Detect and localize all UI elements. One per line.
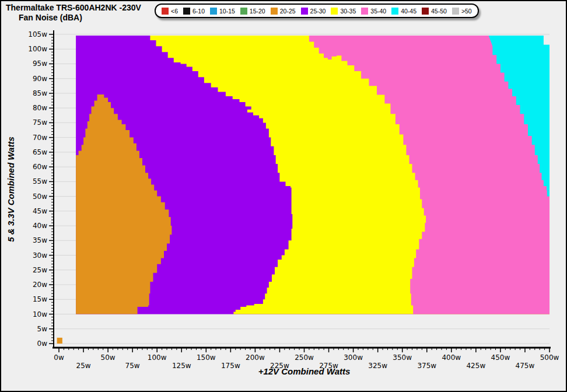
y-tick-label-75w: 75w <box>33 118 47 127</box>
y-tick-label-5w: 5w <box>37 325 48 333</box>
y-tick-label-45w: 45w <box>33 207 47 215</box>
y-tick-label-25w: 25w <box>33 266 47 274</box>
y-tick-label-30w: 30w <box>33 251 47 260</box>
x-tick-label-100w: 100w <box>148 354 167 362</box>
y-tick-label-35w: 35w <box>33 236 47 244</box>
contour-chart: 0w5w10w15w20w25w30w35w40w45w50w55w60w65w… <box>1 1 566 391</box>
x-tick-label-350w: 350w <box>393 354 412 362</box>
x-tick-label-450w: 450w <box>491 354 510 362</box>
x-tick-label-300w: 300w <box>344 354 363 362</box>
y-tick-label-15w: 15w <box>33 295 47 303</box>
x-axis-title: +12V Combined Watts <box>59 366 550 376</box>
y-tick-label-55w: 55w <box>33 177 47 186</box>
y-tick-label-100w: 100w <box>28 45 47 53</box>
y-tick-label-90w: 90w <box>33 75 47 83</box>
y-tick-label-95w: 95w <box>33 60 47 68</box>
x-tick-label-200w: 200w <box>246 354 265 362</box>
chart-window: Thermaltake TRS-600AH2NK -230V Fan Noise… <box>0 0 567 392</box>
x-tick-label-250w: 250w <box>295 354 314 362</box>
region-no-data-5 <box>544 36 550 45</box>
y-tick-label-10w: 10w <box>33 310 47 318</box>
x-tick-label-400w: 400w <box>442 354 461 362</box>
y-tick-label-105w: 105w <box>28 30 47 38</box>
y-tick-label-80w: 80w <box>33 104 47 112</box>
y-tick-label-60w: 60w <box>33 163 47 171</box>
region-20-25-7 <box>57 338 62 344</box>
x-tick-label-500w: 500w <box>540 354 559 362</box>
y-tick-label-50w: 50w <box>33 192 47 201</box>
y-tick-label-70w: 70w <box>33 134 47 142</box>
y-tick-label-65w: 65w <box>33 148 47 156</box>
y-tick-label-85w: 85w <box>33 89 47 97</box>
x-tick-label-150w: 150w <box>197 354 216 362</box>
y-axis-title: 5 & 3.3V Combined Watts <box>6 35 16 344</box>
y-tick-label-0w: 0w <box>37 340 48 348</box>
region-40-45-6 <box>547 191 550 197</box>
y-tick-label-40w: 40w <box>33 222 47 230</box>
x-tick-label-0w: 0w <box>54 354 64 362</box>
x-tick-label-50w: 50w <box>101 354 116 362</box>
y-tick-label-20w: 20w <box>33 281 47 289</box>
